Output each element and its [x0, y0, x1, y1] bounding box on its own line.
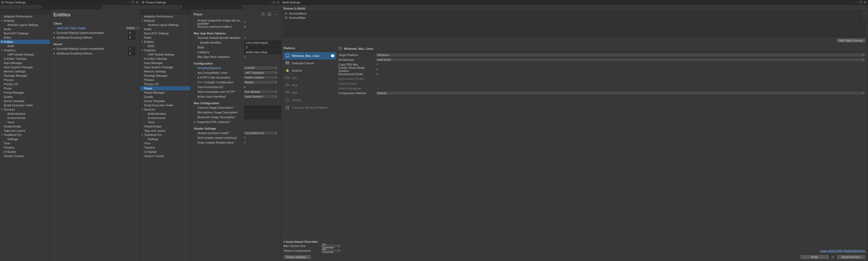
tree-item-quality[interactable]: Quality	[0, 95, 50, 99]
foldout-icon[interactable]: ▶	[53, 36, 57, 39]
player-settings-button[interactable]: Player Settings...	[283, 255, 311, 259]
keep-checkbox[interactable]	[243, 141, 247, 144]
settings-tree[interactable]: Adaptive Performance▼AnalysisAndroid Log…	[0, 9, 50, 261]
build-dropdown-button[interactable]	[831, 255, 835, 259]
tree-item-environments[interactable]: Environments	[141, 116, 190, 120]
tree-item-build[interactable]: Build	[141, 44, 190, 48]
swapchain-checkbox[interactable]	[243, 20, 247, 24]
tree-item-physics-2d[interactable]: Physics 2D	[141, 82, 190, 86]
tree-item-ui-builder[interactable]: UI Builder	[0, 150, 50, 154]
recycle-checkbox[interactable]	[243, 25, 247, 29]
tree-item-player[interactable]: Player	[0, 86, 50, 90]
tree-item-authentication[interactable]: Authentication	[0, 112, 50, 116]
tree-item-shadergraph[interactable]: ShaderGraph	[141, 124, 190, 128]
tree-item-tags-and-layers[interactable]: Tags and Layers	[141, 128, 190, 133]
settings-tree[interactable]: Adaptive Performance▼AnalysisAndroid Log…	[141, 9, 191, 261]
override-bundle-checkbox[interactable]	[243, 36, 247, 40]
tree-item-editor[interactable]: Editor	[141, 35, 190, 40]
tree-item-graphics[interactable]: ▼Graphics	[141, 48, 190, 52]
tree-item-scene-template[interactable]: Scene Template	[141, 99, 190, 103]
tree-item-script-execution-order[interactable]: Script Execution Order	[141, 103, 190, 107]
cpp-dropdown[interactable]: Master	[243, 80, 278, 84]
tree-item-audio[interactable]: Audio	[141, 27, 190, 31]
expand-icon[interactable]: ▼	[1, 108, 3, 111]
tree-item-ui-builder[interactable]: UI Builder	[141, 150, 190, 154]
maximize-icon[interactable]	[272, 1, 276, 4]
platform-item-ios[interactable]: iOSiOS	[283, 74, 336, 82]
tree-item-audio[interactable]: Audio	[0, 27, 50, 31]
tree-item-player[interactable]: Player	[141, 86, 190, 90]
expand-icon[interactable]: ▼	[1, 40, 3, 43]
build-and-run-button[interactable]: Build And Run	[837, 255, 866, 259]
tree-item-in-editor-tutorials[interactable]: In-Editor Tutorials	[0, 57, 50, 61]
strict-checkbox[interactable]	[243, 136, 247, 140]
tree-item-entities[interactable]: ▼Entities	[0, 40, 50, 44]
tree-item-burst-aot-settings[interactable]: Burst AOT Settings	[141, 31, 190, 35]
maximize-icon[interactable]	[859, 1, 863, 4]
tree-item-shadergraph[interactable]: ShaderGraph	[0, 124, 50, 128]
platform-list[interactable]: Windows, Mac, LinuxDedicated ServerAndro…	[283, 52, 336, 235]
tree-item-physics[interactable]: Physics	[141, 78, 190, 82]
platform-item-android[interactable]: Android	[283, 67, 336, 74]
scene-checkbox[interactable]	[284, 12, 288, 15]
menu-icon[interactable]	[274, 12, 278, 17]
tex-comp-dropdown[interactable]: No Override	[320, 249, 341, 253]
tree-item-input-manager[interactable]: Input Manager	[141, 61, 190, 65]
tree-item-script-execution-order[interactable]: Script Execution Order	[0, 103, 50, 107]
tree-item-package-manager[interactable]: Package Manager	[0, 74, 50, 78]
expand-icon[interactable]: ▼	[1, 134, 3, 136]
tree-item-package-manager[interactable]: Package Manager	[141, 74, 190, 78]
tree-item-environments[interactable]: Environments	[0, 116, 50, 120]
tree-item-build[interactable]: Build	[0, 44, 50, 48]
tree-item-memory-settings[interactable]: Memory Settings	[141, 69, 190, 74]
tree-item-physics-2d[interactable]: Physics 2D	[0, 82, 50, 86]
tree-item-authentication[interactable]: Authentication	[141, 112, 190, 116]
help-icon[interactable]: ?	[261, 12, 265, 17]
foldout-icon[interactable]: ▶	[53, 52, 57, 55]
tree-item-time[interactable]: Time	[141, 141, 190, 145]
tree-item-adaptive-performance[interactable]: Adaptive Performance	[141, 14, 190, 19]
platform-item-ps5[interactable]: PS5PS5	[283, 89, 336, 96]
additional-count[interactable]	[128, 36, 135, 40]
tree-item-services[interactable]: ▼Services	[0, 107, 50, 112]
tree-item-version-control[interactable]: Version Control	[0, 154, 50, 158]
menu-icon[interactable]	[855, 1, 858, 4]
tree-item-burst-aot-settings[interactable]: Burst AOT Settings	[0, 31, 50, 35]
api-dropdown[interactable]: .NET Standard	[243, 70, 278, 75]
validation-checkbox[interactable]	[243, 55, 247, 59]
input-dropdown[interactable]: Input System I	[243, 94, 278, 99]
scene-row[interactable]: Scenes/Main1	[284, 16, 865, 20]
bundle-id-input[interactable]	[244, 40, 281, 45]
learn-link[interactable]: Learn about Unity Build Automation	[820, 249, 866, 252]
tree-item-input-system-package[interactable]: Input System Package	[141, 65, 190, 69]
tree-item-urp-global-settings[interactable]: URP Global Settings	[141, 52, 190, 57]
architecture-dropdown[interactable]: Intel 64-bit	[375, 58, 866, 62]
tree-item-graphics[interactable]: ▼Graphics	[0, 48, 50, 52]
expand-icon[interactable]: ▼	[1, 49, 3, 52]
tree-item-vivox[interactable]: Vivox	[0, 120, 50, 124]
tree-item-time[interactable]: Time	[0, 141, 50, 145]
tree-item-tags-and-layers[interactable]: Tags and Layers	[0, 128, 50, 133]
netcode-target-dropdown[interactable]: Client	[125, 26, 140, 30]
build-input[interactable]	[244, 45, 281, 50]
menu-icon[interactable]	[268, 1, 272, 4]
search-input[interactable]	[38, 5, 102, 9]
platform-item-ps4[interactable]: PS4PS4	[283, 82, 336, 89]
tree-item-quality[interactable]: Quality	[141, 95, 190, 99]
tree-item-physics[interactable]: Physics	[0, 78, 50, 82]
platform-item-windows-mac-linux[interactable]: Windows, Mac, Linux	[283, 52, 336, 59]
maximize-icon[interactable]	[131, 1, 135, 4]
tree-item-editor[interactable]: Editor	[0, 35, 50, 40]
backend-dropdown[interactable]: IL2CPP	[243, 66, 278, 70]
excluded-count[interactable]	[128, 47, 135, 51]
close-icon[interactable]	[863, 1, 867, 4]
tree-item-input-manager[interactable]: Input Manager	[0, 61, 50, 65]
close-icon[interactable]	[135, 1, 139, 4]
add-open-scenes-button[interactable]: Add Open Scenes	[836, 38, 866, 43]
expand-icon[interactable]: ▼	[1, 19, 3, 22]
build-button[interactable]: Build	[800, 255, 829, 259]
tree-item-settings[interactable]: Settings	[0, 137, 50, 141]
dev-build-checkbox[interactable]	[375, 72, 379, 76]
tree-item-urp-global-settings[interactable]: URP Global Settings	[0, 52, 50, 57]
tree-item-vivox[interactable]: Vivox	[141, 120, 190, 124]
